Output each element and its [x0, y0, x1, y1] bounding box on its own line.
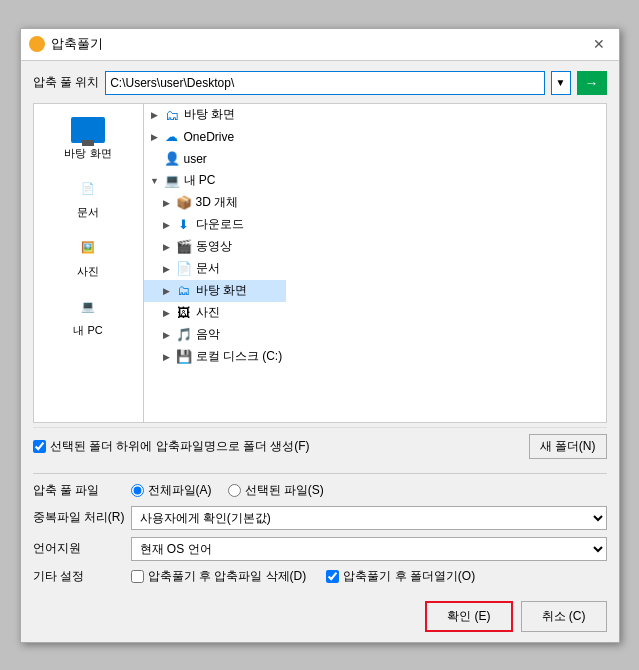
tree-area: ▶ 🗂 바탕 화면 ▶ ☁ OneDrive — [144, 104, 287, 424]
close-button[interactable]: ✕ — [587, 34, 611, 54]
path-go-button[interactable]: → — [577, 71, 607, 95]
tree-label: 음악 — [196, 326, 220, 343]
disk-icon: 💾 — [175, 349, 193, 365]
radio-all-files[interactable]: 전체파일(A) — [131, 482, 212, 499]
desktop-folder-icon: 🗂 — [175, 283, 193, 299]
new-folder-button[interactable]: 새 폴더(N) — [529, 434, 607, 459]
tree-item-desktop-selected[interactable]: ▶ 🗂 바탕 화면 — [144, 280, 287, 302]
expand-icon: ▶ — [160, 350, 174, 364]
open-folder-after-extract-option[interactable]: 압축풀기 후 폴더열기(O) — [326, 568, 475, 585]
tree-item-downloads[interactable]: ▶ ⬇ 다운로드 — [144, 214, 287, 236]
tree-label: 사진 — [196, 304, 220, 321]
other-settings-options: 압축풀기 후 압축파일 삭제(D) 압축풀기 후 폴더열기(O) — [131, 568, 607, 585]
docs-small-icon: 📄 — [175, 261, 193, 277]
expand-icon: ▼ — [148, 174, 162, 188]
title-bar: 압축풀기 ✕ — [21, 29, 619, 61]
main-area: 바탕 화면 📄 문서 🖼️ 사진 💻 — [33, 103, 607, 423]
tree-item-music[interactable]: ▶ 🎵 음악 — [144, 324, 287, 346]
duplicate-file-select[interactable]: 사용자에게 확인(기본값) 덮어쓰기 건너뛰기 — [131, 506, 607, 530]
path-input[interactable] — [105, 71, 544, 95]
tree-label: 내 PC — [184, 172, 216, 189]
tree-label: 동영상 — [196, 238, 232, 255]
expand-icon: ▶ — [148, 108, 162, 122]
dialog-content: 압축 풀 위치 ▼ → 바탕 화면 📄 — [21, 61, 619, 642]
app-icon — [29, 36, 45, 52]
folder-create-option[interactable]: 선택된 폴더 하위에 압축파일명으로 폴더 생성(F) — [33, 438, 310, 455]
expand-icon: ▶ — [160, 262, 174, 276]
dialog-window: 압축풀기 ✕ 압축 풀 위치 ▼ → 바탕 화면 — [20, 28, 620, 643]
sidebar-item-desktop[interactable]: 바탕 화면 — [34, 110, 143, 167]
docs-icon: 📄 — [70, 175, 106, 203]
language-support-label: 언어지원 — [33, 540, 123, 557]
sidebar-item-photos[interactable]: 🖼️ 사진 — [34, 228, 143, 285]
tree-item-user[interactable]: 👤 user — [144, 148, 287, 170]
confirm-button[interactable]: 확인 (E) — [425, 601, 512, 632]
form-section: 압축 풀 파일 전체파일(A) 선택된 파일(S) 중복파일 처리(R) — [33, 473, 607, 585]
tree-item-mypc[interactable]: ▼ 💻 내 PC — [144, 170, 287, 192]
folder-create-checkbox[interactable] — [33, 440, 46, 453]
delete-after-extract-label: 압축풀기 후 압축파일 삭제(D) — [148, 568, 307, 585]
tree-label: 바탕 화면 — [196, 282, 247, 299]
path-row: 압축 풀 위치 ▼ → — [33, 71, 607, 95]
language-support-select[interactable]: 현재 OS 언어 UTF-8 EUC-KR — [131, 537, 607, 561]
tree-item-onedrive[interactable]: ▶ ☁ OneDrive — [144, 126, 287, 148]
sidebar-item-pc[interactable]: 💻 내 PC — [34, 287, 143, 344]
compress-file-options: 전체파일(A) 선택된 파일(S) — [131, 482, 607, 499]
radio-selected-files-input[interactable] — [228, 484, 241, 497]
compress-file-label: 압축 풀 파일 — [33, 482, 123, 499]
radio-selected-files-label: 선택된 파일(S) — [245, 482, 324, 499]
path-label: 압축 풀 위치 — [33, 74, 100, 91]
path-dropdown[interactable]: ▼ — [551, 71, 571, 95]
duplicate-file-control: 사용자에게 확인(기본값) 덮어쓰기 건너뛰기 — [131, 506, 607, 530]
desktop-icon — [70, 116, 106, 144]
expand-icon: ▶ — [160, 196, 174, 210]
photos-icon: 🖼️ — [70, 234, 106, 262]
bottom-buttons: 확인 (E) 취소 (C) — [33, 595, 607, 632]
tree-label: 3D 개체 — [196, 194, 239, 211]
tree-label: 바탕 화면 — [184, 106, 235, 123]
folder-icon: 🗂 — [163, 107, 181, 123]
title-bar-text: 압축풀기 — [51, 35, 587, 53]
user-icon: 👤 — [163, 151, 181, 167]
tree-label: OneDrive — [184, 130, 235, 144]
radio-all-files-input[interactable] — [131, 484, 144, 497]
options-row: 선택된 폴더 하위에 압축파일명으로 폴더 생성(F) 새 폴더(N) — [33, 427, 607, 465]
photo-icon: 🖼 — [175, 305, 193, 321]
open-folder-after-extract-checkbox[interactable] — [326, 570, 339, 583]
folder-3d-icon: 📦 — [175, 195, 193, 211]
onedrive-icon: ☁ — [163, 129, 181, 145]
video-icon: 🎬 — [175, 239, 193, 255]
expand-icon: ▶ — [160, 328, 174, 342]
tree-label: 로컬 디스크 (C:) — [196, 348, 283, 365]
pc-icon: 💻 — [70, 293, 106, 321]
music-icon: 🎵 — [175, 327, 193, 343]
compress-file-row: 압축 풀 파일 전체파일(A) 선택된 파일(S) — [33, 482, 607, 499]
tree-label: user — [184, 152, 207, 166]
expand-icon: ▶ — [160, 284, 174, 298]
radio-selected-files[interactable]: 선택된 파일(S) — [228, 482, 324, 499]
tree-item-documents[interactable]: ▶ 📄 문서 — [144, 258, 287, 280]
expand-icon: ▶ — [160, 306, 174, 320]
cancel-button[interactable]: 취소 (C) — [521, 601, 607, 632]
pc-small-icon: 💻 — [163, 173, 181, 189]
expand-icon: ▶ — [160, 240, 174, 254]
tree-item-videos[interactable]: ▶ 🎬 동영상 — [144, 236, 287, 258]
download-icon: ⬇ — [175, 217, 193, 233]
tree-item-3d[interactable]: ▶ 📦 3D 개체 — [144, 192, 287, 214]
folder-create-label: 선택된 폴더 하위에 압축파일명으로 폴더 생성(F) — [50, 438, 310, 455]
tree-item-바탕화면[interactable]: ▶ 🗂 바탕 화면 — [144, 104, 287, 126]
tree-item-local-disk[interactable]: ▶ 💾 로컬 디스크 (C:) — [144, 346, 287, 368]
expand-icon: ▶ — [148, 130, 162, 144]
other-settings-row: 기타 설정 압축풀기 후 압축파일 삭제(D) 압축풀기 후 폴더열기(O) — [33, 568, 607, 585]
delete-after-extract-option[interactable]: 압축풀기 후 압축파일 삭제(D) — [131, 568, 307, 585]
delete-after-extract-checkbox[interactable] — [131, 570, 144, 583]
tree-label: 다운로드 — [196, 216, 244, 233]
other-settings-label: 기타 설정 — [33, 568, 123, 585]
sidebar-item-docs[interactable]: 📄 문서 — [34, 169, 143, 226]
tree-container[interactable]: ▶ 🗂 바탕 화면 ▶ ☁ OneDrive — [144, 104, 287, 424]
radio-all-files-label: 전체파일(A) — [148, 482, 212, 499]
tree-item-pictures[interactable]: ▶ 🖼 사진 — [144, 302, 287, 324]
duplicate-file-label: 중복파일 처리(R) — [33, 509, 123, 526]
language-support-control: 현재 OS 언어 UTF-8 EUC-KR — [131, 537, 607, 561]
language-support-row: 언어지원 현재 OS 언어 UTF-8 EUC-KR — [33, 537, 607, 561]
